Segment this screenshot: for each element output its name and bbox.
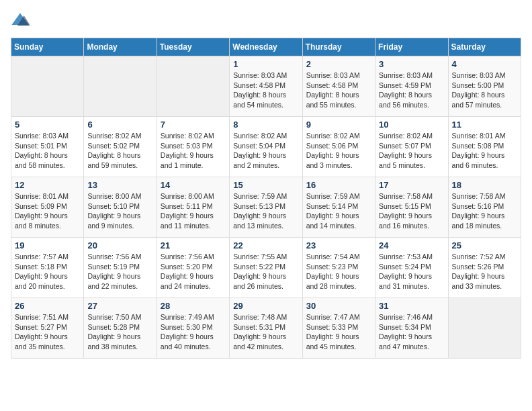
day-number: 3 xyxy=(379,59,444,69)
week-row-1: 1Sunrise: 8:03 AM Sunset: 4:58 PM Daylig… xyxy=(11,56,521,117)
calendar-cell: 27Sunrise: 7:50 AM Sunset: 5:28 PM Dayli… xyxy=(84,298,157,359)
day-number: 9 xyxy=(306,120,371,130)
day-number: 16 xyxy=(306,180,371,190)
calendar-cell xyxy=(84,56,157,117)
calendar-cell: 26Sunrise: 7:51 AM Sunset: 5:27 PM Dayli… xyxy=(11,298,84,359)
day-info: Sunrise: 8:02 AM Sunset: 5:06 PM Dayligh… xyxy=(306,131,371,171)
calendar-cell: 31Sunrise: 7:46 AM Sunset: 5:34 PM Dayli… xyxy=(375,298,448,359)
day-number: 23 xyxy=(306,240,371,250)
day-info: Sunrise: 8:02 AM Sunset: 5:02 PM Dayligh… xyxy=(87,131,152,171)
day-info: Sunrise: 8:00 AM Sunset: 5:10 PM Dayligh… xyxy=(87,191,152,231)
day-info: Sunrise: 7:59 AM Sunset: 5:13 PM Dayligh… xyxy=(233,191,298,231)
day-number: 24 xyxy=(379,240,444,250)
calendar-cell: 15Sunrise: 7:59 AM Sunset: 5:13 PM Dayli… xyxy=(230,177,302,238)
calendar-cell: 7Sunrise: 8:02 AM Sunset: 5:03 PM Daylig… xyxy=(157,117,229,177)
calendar-cell: 8Sunrise: 8:02 AM Sunset: 5:04 PM Daylig… xyxy=(230,117,302,177)
day-number: 13 xyxy=(87,180,152,190)
day-info: Sunrise: 7:48 AM Sunset: 5:31 PM Dayligh… xyxy=(233,312,298,352)
calendar-cell: 3Sunrise: 8:03 AM Sunset: 4:59 PM Daylig… xyxy=(375,56,448,117)
day-number: 5 xyxy=(15,120,80,130)
day-number: 21 xyxy=(161,240,226,250)
day-number: 4 xyxy=(452,59,517,69)
day-info: Sunrise: 8:03 AM Sunset: 4:58 PM Dayligh… xyxy=(306,71,371,110)
day-number: 18 xyxy=(452,180,517,190)
calendar-cell xyxy=(157,56,229,117)
calendar-cell: 10Sunrise: 8:02 AM Sunset: 5:07 PM Dayli… xyxy=(375,117,448,177)
day-info: Sunrise: 7:49 AM Sunset: 5:30 PM Dayligh… xyxy=(161,312,226,352)
calendar-cell: 25Sunrise: 7:52 AM Sunset: 5:26 PM Dayli… xyxy=(448,238,521,298)
day-number: 2 xyxy=(306,59,371,69)
calendar-cell: 13Sunrise: 8:00 AM Sunset: 5:10 PM Dayli… xyxy=(84,177,157,238)
day-info: Sunrise: 7:58 AM Sunset: 5:15 PM Dayligh… xyxy=(379,191,444,231)
day-info: Sunrise: 7:57 AM Sunset: 5:18 PM Dayligh… xyxy=(15,252,80,291)
calendar-cell: 17Sunrise: 7:58 AM Sunset: 5:15 PM Dayli… xyxy=(375,177,448,238)
calendar-cell: 30Sunrise: 7:47 AM Sunset: 5:33 PM Dayli… xyxy=(302,298,375,359)
week-row-3: 12Sunrise: 8:01 AM Sunset: 5:09 PM Dayli… xyxy=(11,177,521,238)
day-info: Sunrise: 8:03 AM Sunset: 4:59 PM Dayligh… xyxy=(379,71,444,110)
weekday-tuesday: Tuesday xyxy=(157,38,229,56)
day-info: Sunrise: 7:54 AM Sunset: 5:23 PM Dayligh… xyxy=(306,252,371,291)
weekday-friday: Friday xyxy=(375,38,448,56)
day-number: 11 xyxy=(452,120,517,130)
calendar-cell: 24Sunrise: 7:53 AM Sunset: 5:24 PM Dayli… xyxy=(375,238,448,298)
day-info: Sunrise: 7:53 AM Sunset: 5:24 PM Dayligh… xyxy=(379,252,444,291)
calendar-cell: 12Sunrise: 8:01 AM Sunset: 5:09 PM Dayli… xyxy=(11,177,84,238)
day-number: 20 xyxy=(87,240,152,250)
weekday-header-row: SundayMondayTuesdayWednesdayThursdayFrid… xyxy=(11,38,521,56)
weekday-monday: Monday xyxy=(84,38,157,56)
day-info: Sunrise: 8:02 AM Sunset: 5:04 PM Dayligh… xyxy=(233,131,298,171)
calendar-cell: 21Sunrise: 7:56 AM Sunset: 5:20 PM Dayli… xyxy=(157,238,229,298)
weekday-sunday: Sunday xyxy=(11,38,84,56)
day-info: Sunrise: 7:50 AM Sunset: 5:28 PM Dayligh… xyxy=(87,312,152,352)
day-number: 19 xyxy=(15,240,80,250)
calendar-cell: 29Sunrise: 7:48 AM Sunset: 5:31 PM Dayli… xyxy=(230,298,302,359)
day-info: Sunrise: 7:58 AM Sunset: 5:16 PM Dayligh… xyxy=(452,191,517,231)
day-number: 25 xyxy=(452,240,517,250)
calendar-cell: 11Sunrise: 8:01 AM Sunset: 5:08 PM Dayli… xyxy=(448,117,521,177)
header xyxy=(11,11,521,30)
day-number: 27 xyxy=(87,301,152,311)
logo-icon xyxy=(11,11,30,30)
weekday-thursday: Thursday xyxy=(302,38,375,56)
week-row-5: 26Sunrise: 7:51 AM Sunset: 5:27 PM Dayli… xyxy=(11,298,521,359)
calendar-cell: 23Sunrise: 7:54 AM Sunset: 5:23 PM Dayli… xyxy=(302,238,375,298)
calendar-cell xyxy=(11,56,84,117)
day-info: Sunrise: 7:59 AM Sunset: 5:14 PM Dayligh… xyxy=(306,191,371,231)
day-number: 15 xyxy=(233,180,298,190)
day-info: Sunrise: 8:02 AM Sunset: 5:07 PM Dayligh… xyxy=(379,131,444,171)
calendar-cell: 2Sunrise: 8:03 AM Sunset: 4:58 PM Daylig… xyxy=(302,56,375,117)
day-info: Sunrise: 8:02 AM Sunset: 5:03 PM Dayligh… xyxy=(161,131,226,171)
weekday-saturday: Saturday xyxy=(448,38,521,56)
day-number: 22 xyxy=(233,240,298,250)
weekday-wednesday: Wednesday xyxy=(230,38,302,56)
day-info: Sunrise: 8:01 AM Sunset: 5:09 PM Dayligh… xyxy=(15,191,80,231)
calendar-cell: 4Sunrise: 8:03 AM Sunset: 5:00 PM Daylig… xyxy=(448,56,521,117)
day-number: 12 xyxy=(15,180,80,190)
calendar-cell: 1Sunrise: 8:03 AM Sunset: 4:58 PM Daylig… xyxy=(230,56,302,117)
calendar-cell: 22Sunrise: 7:55 AM Sunset: 5:22 PM Dayli… xyxy=(230,238,302,298)
week-row-2: 5Sunrise: 8:03 AM Sunset: 5:01 PM Daylig… xyxy=(11,117,521,177)
calendar-cell: 28Sunrise: 7:49 AM Sunset: 5:30 PM Dayli… xyxy=(157,298,229,359)
logo xyxy=(11,11,31,30)
day-info: Sunrise: 7:47 AM Sunset: 5:33 PM Dayligh… xyxy=(306,312,371,352)
day-number: 1 xyxy=(233,59,298,69)
day-number: 14 xyxy=(161,180,226,190)
day-number: 29 xyxy=(233,301,298,311)
calendar-cell: 18Sunrise: 7:58 AM Sunset: 5:16 PM Dayli… xyxy=(448,177,521,238)
day-info: Sunrise: 7:55 AM Sunset: 5:22 PM Dayligh… xyxy=(233,252,298,291)
day-info: Sunrise: 8:01 AM Sunset: 5:08 PM Dayligh… xyxy=(452,131,517,171)
day-number: 30 xyxy=(306,301,371,311)
day-number: 31 xyxy=(379,301,444,311)
day-number: 26 xyxy=(15,301,80,311)
calendar-cell: 9Sunrise: 8:02 AM Sunset: 5:06 PM Daylig… xyxy=(302,117,375,177)
week-row-4: 19Sunrise: 7:57 AM Sunset: 5:18 PM Dayli… xyxy=(11,238,521,298)
day-info: Sunrise: 7:46 AM Sunset: 5:34 PM Dayligh… xyxy=(379,312,444,352)
calendar-table: SundayMondayTuesdayWednesdayThursdayFrid… xyxy=(11,38,521,359)
day-number: 17 xyxy=(379,180,444,190)
day-info: Sunrise: 8:03 AM Sunset: 5:00 PM Dayligh… xyxy=(452,71,517,110)
day-number: 7 xyxy=(161,120,226,130)
calendar-cell: 19Sunrise: 7:57 AM Sunset: 5:18 PM Dayli… xyxy=(11,238,84,298)
day-info: Sunrise: 7:52 AM Sunset: 5:26 PM Dayligh… xyxy=(452,252,517,291)
day-info: Sunrise: 8:03 AM Sunset: 5:01 PM Dayligh… xyxy=(15,131,80,171)
day-number: 6 xyxy=(87,120,152,130)
